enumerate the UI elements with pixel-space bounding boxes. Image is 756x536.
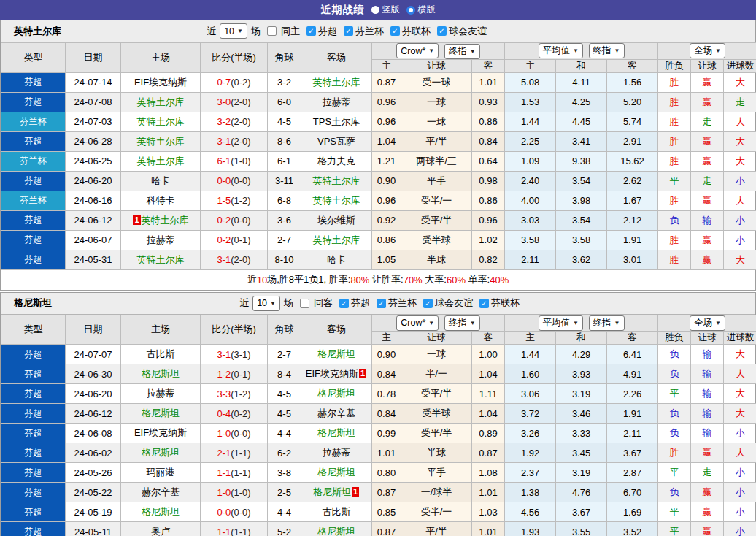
recent-matches-select[interactable]: 10▼ <box>252 296 280 311</box>
matches-table: 类型 日期 主场 比分(半场) 角球 客场 Crow*▼ 终指▼ 平均值▼ 终指… <box>1 42 756 270</box>
league-type-cell: 芬超 <box>1 502 66 522</box>
period-select[interactable]: 全场▼ <box>690 43 725 58</box>
result-goals: 大 <box>724 131 756 151</box>
avg-source-select[interactable]: 平均值▼ <box>539 43 583 58</box>
odds-stage-select[interactable]: 终指▼ <box>444 44 480 59</box>
home-team-cell: 格尼斯坦 <box>121 404 201 424</box>
league-checkbox-0[interactable] <box>339 299 349 308</box>
col-header-away: 客场 <box>301 315 372 345</box>
avg-source-select[interactable]: 平均值▼ <box>539 315 583 331</box>
same-home-checkbox[interactable] <box>267 26 277 36</box>
handicap-away-odds: 1.00 <box>472 345 505 364</box>
corner-count: 6-2 <box>268 443 301 463</box>
avg-stage-select[interactable]: 终指▼ <box>589 43 625 58</box>
league-type-cell: 芬超 <box>1 92 66 112</box>
halftime-score: (1-0) <box>231 487 250 498</box>
radio-selected-icon[interactable] <box>371 6 379 14</box>
league-checkbox-1[interactable] <box>377 299 386 308</box>
odds-company-select[interactable]: Crow*▼ <box>396 43 439 58</box>
sub-col-winlose: 胜负 <box>658 59 691 72</box>
score-cell: 2-1(1-1) <box>201 443 268 463</box>
league-type-cell: 芬兰杯 <box>1 112 66 131</box>
fulltime-score: 3-3 <box>217 388 231 399</box>
handicap-away-odds: 0.84 <box>472 131 505 151</box>
avg-draw-odds: 3.19 <box>556 384 607 404</box>
stat-value: 70% <box>404 275 423 286</box>
avg-away-odds: 2.11 <box>607 424 658 443</box>
avg-draw-odds: 3.98 <box>556 191 607 210</box>
league-checkbox-3[interactable] <box>437 26 447 36</box>
radio-label: 横版 <box>418 4 436 16</box>
sub-col-goals: 进球数 <box>724 332 756 345</box>
stat-value: 80% <box>350 275 369 286</box>
handicap-home-odds: 0.84 <box>372 364 401 384</box>
league-checkbox-0[interactable] <box>306 26 316 36</box>
handicap-away-odds: 1.11 <box>472 384 505 404</box>
league-checkbox-1[interactable] <box>344 26 353 36</box>
stat-label: 场,胜8平1负1, 胜率: <box>267 273 350 286</box>
avg-home-odds: 5.08 <box>505 72 556 92</box>
halftime-score: (1-2) <box>231 195 250 206</box>
match-row: 芬超 24-06-07 拉赫蒂 0-2(0-1) 2-7 英特土尔库 0.86 … <box>1 230 756 250</box>
avg-away-odds: 3.67 <box>607 443 658 463</box>
result-handicap: 赢 <box>691 522 724 536</box>
odds-company-value: Crow* <box>401 318 425 328</box>
stat-value: 60% <box>447 275 466 286</box>
match-date: 24-06-08 <box>66 424 121 443</box>
handicap-away-odds: 0.87 <box>472 443 505 463</box>
away-team-cell: 格尼斯坦 <box>301 522 372 536</box>
league-checkbox-2[interactable] <box>390 26 400 36</box>
home-team-cell: 古比斯 <box>121 345 201 364</box>
halftime-score: (1-2) <box>231 388 250 399</box>
match-date: 24-06-02 <box>66 443 121 463</box>
avg-draw-odds: 3.19 <box>556 463 607 483</box>
away-team-name: 格尼斯坦 <box>313 486 351 497</box>
result-goals: 大 <box>724 250 756 269</box>
home-team-cell: 格尼斯坦 <box>121 502 201 522</box>
home-team-name: 哈卡 <box>151 175 170 186</box>
avg-source-value: 平均值 <box>543 45 571 57</box>
league-checkbox-2[interactable] <box>423 299 433 308</box>
col-header-home: 主场 <box>121 315 201 345</box>
result-winlose: 负 <box>658 364 691 384</box>
match-row: 芬超 24-05-19 格尼斯坦 0-0(0-0) 4-4 古比斯 0.85 受… <box>1 502 756 522</box>
result-handicap: 输 <box>691 404 724 424</box>
corner-count: 6-8 <box>268 191 301 210</box>
avg-home-odds: 1.44 <box>505 112 556 131</box>
score-cell: 0-7(0-2) <box>201 72 268 92</box>
chevron-down-icon: ▼ <box>270 300 276 307</box>
layout-radio-horizontal[interactable]: 横版 <box>406 4 436 16</box>
period-select[interactable]: 全场▼ <box>690 315 725 331</box>
recent-matches-select[interactable]: 10▼ <box>220 23 247 39</box>
avg-draw-odds: 4.45 <box>556 112 607 131</box>
avg-away-odds: 6.70 <box>607 483 658 502</box>
chevron-down-icon: ▼ <box>715 47 721 54</box>
handicap-home-odds: 0.78 <box>372 384 401 404</box>
avg-away-odds: 2.12 <box>607 210 658 230</box>
avg-home-odds: 4.56 <box>505 502 556 522</box>
fulltime-score: 6-1 <box>217 156 231 166</box>
avg-home-odds: 2.11 <box>505 250 556 269</box>
fulltime-score: 0-4 <box>217 408 231 419</box>
avg-stage-select[interactable]: 终指▼ <box>589 315 625 331</box>
radio-unselected-icon[interactable] <box>406 6 415 15</box>
odds-company-select[interactable]: Crow*▼ <box>396 315 439 331</box>
odds-stage-select[interactable]: 终指▼ <box>444 315 480 331</box>
handicap-away-odds: 0.86 <box>472 112 505 131</box>
same-away-checkbox[interactable] <box>300 299 309 308</box>
corner-count: 2-5 <box>268 483 301 502</box>
handicap-away-odds: 1.01 <box>472 72 505 92</box>
handicap-home-odds: 0.84 <box>372 404 401 424</box>
corner-count: 3-11 <box>268 171 301 191</box>
period-value: 全场 <box>694 317 712 329</box>
away-team-name: 格尼斯坦 <box>317 348 355 359</box>
score-cell: 1-0(0-0) <box>201 424 268 443</box>
layout-radio-vertical[interactable]: 竖版 <box>371 4 400 16</box>
avg-away-odds: 2.26 <box>607 384 658 404</box>
league-checkbox-3[interactable] <box>479 299 489 308</box>
chevron-down-icon: ▼ <box>573 320 579 326</box>
match-row: 芬兰杯 24-06-16 科特卡 1-5(1-2) 6-8 英特土尔库 0.96… <box>1 191 756 210</box>
score-cell: 3-1(2-0) <box>201 250 268 269</box>
away-team-name: 格尼斯坦 <box>317 427 355 438</box>
league-type-cell: 芬超 <box>1 463 66 483</box>
